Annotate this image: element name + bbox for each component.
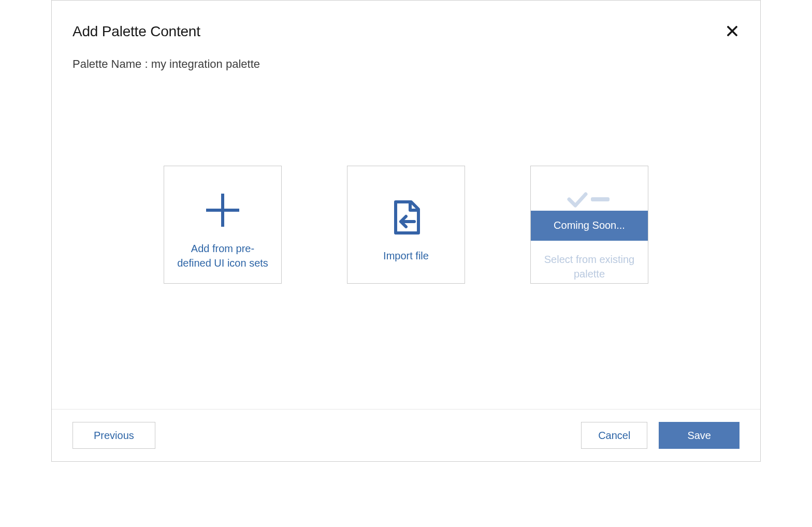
option-label-predefined: Add from pre-defined UI icon sets <box>164 241 281 270</box>
option-card-import[interactable]: Import file <box>347 166 465 284</box>
dialog-header: Add Palette Content <box>52 1 760 45</box>
palette-name-row: Palette Name : my integration palette <box>52 45 760 71</box>
save-button[interactable]: Save <box>659 422 740 449</box>
cancel-button[interactable]: Cancel <box>581 422 647 449</box>
svg-rect-0 <box>591 197 610 201</box>
file-import-icon <box>385 186 427 248</box>
add-palette-content-dialog: Add Palette Content Palette Name : my in… <box>51 0 761 462</box>
option-label-import: Import file <box>373 248 439 263</box>
dialog-footer: Previous Cancel Save <box>52 409 760 461</box>
options-container: Add from pre-defined UI icon sets Import… <box>52 71 760 409</box>
option-card-predefined[interactable]: Add from pre-defined UI icon sets <box>164 166 282 284</box>
option-label-existing: Select from existing palette <box>531 252 648 281</box>
coming-soon-banner: Coming Soon... <box>531 211 648 241</box>
option-card-existing: Coming Soon... Select from existing pale… <box>530 166 648 284</box>
previous-button[interactable]: Previous <box>72 422 155 449</box>
palette-name-label: Palette Name : <box>72 57 151 70</box>
footer-right-group: Cancel Save <box>581 422 740 449</box>
palette-name-value: my integration palette <box>151 57 260 70</box>
close-icon <box>727 22 737 39</box>
plus-icon <box>202 179 243 241</box>
dialog-title: Add Palette Content <box>72 23 200 40</box>
close-button[interactable] <box>725 23 740 39</box>
